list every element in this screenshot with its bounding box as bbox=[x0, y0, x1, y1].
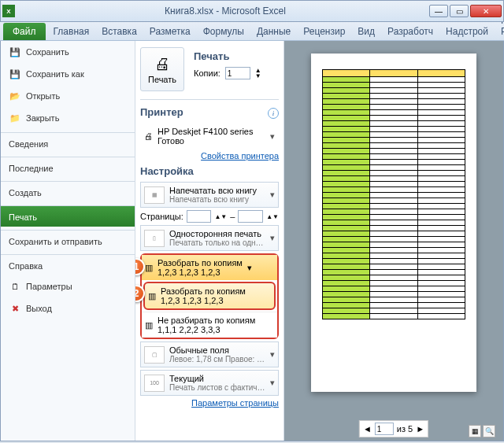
preview-pager: ◄ 1 из 5 ► bbox=[359, 420, 428, 437]
tab-formulas[interactable]: Формулы bbox=[197, 23, 250, 40]
printer-properties-link[interactable]: Свойства принтера bbox=[140, 151, 279, 161]
printer-icon: 🖨 bbox=[154, 55, 170, 73]
tab-layout[interactable]: Разметка bbox=[143, 23, 197, 40]
window-title: Книга8.xlsx - Microsoft Excel bbox=[21, 6, 429, 17]
chevron-down-icon: ▾ bbox=[270, 233, 275, 243]
nav-exit[interactable]: ✖Выход bbox=[1, 297, 135, 319]
close-button[interactable]: ✕ bbox=[470, 5, 502, 17]
collate-icon: ▥ bbox=[145, 263, 153, 273]
collate-option-collated[interactable]: ▥ Разобрать по копиям1,2,3 1,2,3 1,2,3 bbox=[143, 282, 276, 310]
pages-from-input[interactable] bbox=[187, 210, 212, 223]
maximize-button[interactable]: ▭ bbox=[450, 5, 469, 17]
duplex-icon: ▯ bbox=[144, 230, 165, 247]
printer-section: Принтер bbox=[140, 106, 183, 118]
open-icon: 📂 bbox=[9, 90, 21, 102]
options-icon: 🗒 bbox=[9, 280, 21, 293]
nav-saveas[interactable]: 💾Сохранить как bbox=[1, 63, 135, 85]
nav-help[interactable]: Справка bbox=[1, 254, 135, 275]
zoom-page-button[interactable]: 🔍 bbox=[483, 425, 495, 437]
scope-icon: ▦ bbox=[144, 186, 165, 204]
tab-addins[interactable]: Надстрой bbox=[439, 23, 495, 40]
backstage-nav: 💾Сохранить 💾Сохранить как 📂Открыть 📁Закр… bbox=[1, 41, 135, 441]
page-setup-link[interactable]: Параметры страницы bbox=[140, 398, 279, 408]
nav-save[interactable]: 💾Сохранить bbox=[1, 41, 135, 63]
show-margins-button[interactable]: ▦ bbox=[469, 425, 481, 437]
nav-info[interactable]: Сведения bbox=[1, 132, 135, 153]
pager-page-input[interactable]: 1 bbox=[375, 423, 394, 435]
copies-label: Копии: bbox=[194, 68, 220, 78]
chevron-down-icon: ▾ bbox=[270, 349, 275, 360]
info-icon[interactable]: i bbox=[268, 108, 279, 119]
close-icon: 📁 bbox=[9, 112, 21, 124]
exit-icon: ✖ bbox=[9, 302, 21, 315]
pager-prev[interactable]: ◄ bbox=[363, 424, 372, 434]
duplex-selector[interactable]: ▯ Односторонняя печатьПечатать только на… bbox=[140, 225, 279, 251]
minimize-button[interactable]: — bbox=[429, 5, 448, 17]
nav-new[interactable]: Создать bbox=[1, 181, 135, 202]
print-preview: document.write(Array.from({length:44},()… bbox=[284, 41, 503, 441]
scale-selector[interactable]: 100 ТекущийПечать листов с фактическ… ▾ bbox=[140, 370, 279, 396]
nav-recent[interactable]: Последние bbox=[1, 157, 135, 178]
file-tab[interactable]: Файл bbox=[3, 23, 46, 40]
tab-view[interactable]: Вид bbox=[351, 23, 381, 40]
nav-open[interactable]: 📂Открыть bbox=[1, 85, 135, 107]
print-header: Печать bbox=[194, 50, 261, 62]
printer-ok-icon: 🖨 bbox=[144, 131, 153, 141]
settings-section: Настройка bbox=[140, 165, 279, 177]
tab-developer[interactable]: Разработч bbox=[381, 23, 439, 40]
chevron-down-icon: ▾ bbox=[247, 263, 252, 273]
ribbon: Файл Главная Вставка Разметка Формулы Да… bbox=[0, 22, 504, 41]
scope-selector[interactable]: ▦ Напечатать всю книгуНапечатать всю кни… bbox=[140, 182, 279, 208]
nav-options[interactable]: 🗒Параметры bbox=[1, 275, 135, 297]
print-button[interactable]: 🖨 Печать bbox=[140, 47, 184, 91]
printer-selector[interactable]: 🖨 HP Deskjet F4100 seriesГотово ▾ bbox=[140, 123, 279, 150]
collate-option-uncollated[interactable]: ▥ Не разбирать по копиям1,1,1 2,2,2 3,3,… bbox=[142, 312, 277, 338]
nav-print[interactable]: Печать bbox=[1, 205, 135, 227]
scale-icon: 100 bbox=[144, 375, 165, 392]
tab-home[interactable]: Главная bbox=[47, 23, 96, 40]
save-icon: 💾 bbox=[9, 46, 21, 58]
preview-table: document.write(Array.from({length:44},()… bbox=[322, 69, 465, 319]
pager-next[interactable]: ► bbox=[416, 424, 424, 434]
margins-icon: ▢ bbox=[144, 346, 165, 364]
chevron-down-icon: ▾ bbox=[270, 190, 275, 200]
nav-share[interactable]: Сохранить и отправить bbox=[1, 230, 135, 251]
pages-label: Страницы: bbox=[140, 212, 183, 221]
nav-close[interactable]: 📁Закрыть bbox=[1, 107, 135, 129]
excel-icon: X bbox=[2, 5, 15, 17]
tab-data[interactable]: Данные bbox=[250, 23, 297, 40]
collate-icon: ▥ bbox=[148, 291, 156, 301]
print-panel: 🖨 Печать Печать Копии: 1 ▲▼ Принтерi 🖨 H… bbox=[135, 41, 284, 441]
preview-page: document.write(Array.from({length:44},()… bbox=[311, 54, 476, 392]
tab-insert[interactable]: Вставка bbox=[95, 23, 143, 40]
tab-review[interactable]: Рецензир bbox=[297, 23, 351, 40]
pager-of: из 5 bbox=[397, 424, 413, 434]
copies-input[interactable]: 1 bbox=[225, 67, 250, 79]
saveas-icon: 💾 bbox=[9, 68, 21, 80]
pages-to-input[interactable] bbox=[238, 210, 263, 223]
chevron-down-icon: ▾ bbox=[270, 131, 275, 142]
margins-selector[interactable]: ▢ Обычные поляЛевое: 1,78 см Правое: 0… … bbox=[140, 341, 279, 367]
uncollate-icon: ▥ bbox=[145, 320, 153, 330]
collate-dropdown[interactable]: 1 ▥ Разобрать по копиям1,2,3 1,2,3 1,2,3… bbox=[140, 253, 279, 339]
spinner-icon[interactable]: ▲▼ bbox=[255, 68, 261, 79]
chevron-down-icon: ▾ bbox=[270, 378, 275, 388]
